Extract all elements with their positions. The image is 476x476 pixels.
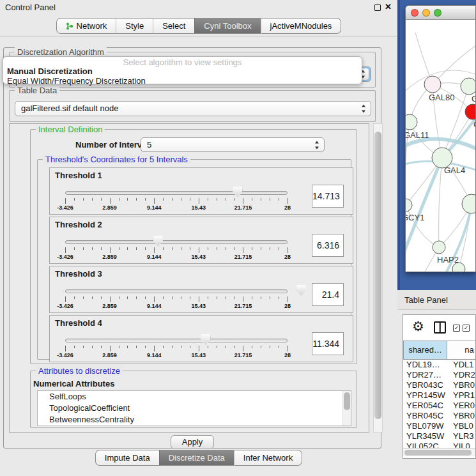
tick-label: 15.43 [192, 352, 206, 358]
combo-value: 5 [147, 140, 151, 150]
threshold-slider-track[interactable] [65, 289, 288, 293]
tick-label: 15.43 [192, 204, 206, 211]
attribute-list-item[interactable]: TopologicalCoefficient [38, 403, 351, 414]
tab-jactivemnodules[interactable]: jActiveMNodules [261, 18, 342, 34]
table-row[interactable]: YPR145WYPR1 [403, 390, 476, 401]
threshold-slider-thumb[interactable] [153, 236, 163, 247]
threshold-value-field[interactable]: 11.344 [312, 332, 344, 355]
network-canvas[interactable]: GAL80GACGAL11GAL4GCY1HHAP2 [406, 20, 475, 272]
threshold-slider-track[interactable] [65, 240, 288, 244]
network-node-gal80[interactable] [424, 76, 441, 93]
table-row[interactable]: YDL19…YDL1 [403, 360, 476, 370]
tick-label: 21.715 [234, 204, 252, 211]
apply-button[interactable]: Apply [171, 435, 214, 449]
threshold-slider-thumb[interactable] [233, 187, 242, 197]
threshold-panel: Threshold 3-3.4262.8599.14415.4321.71528… [49, 266, 353, 313]
close-traffic-light[interactable] [411, 9, 418, 17]
threshold-slider-track[interactable] [65, 191, 288, 195]
zoom-traffic-light[interactable] [434, 9, 441, 17]
tab-label: Style [125, 19, 144, 33]
list-scrollbar[interactable] [342, 391, 351, 426]
threshold-slider-thumb[interactable] [201, 334, 210, 345]
minimize-traffic-light[interactable] [422, 9, 430, 17]
combo-stepper[interactable] [314, 141, 320, 149]
numerical-attributes-list[interactable]: SelfLoopsTopologicalCoefficientBetweenne… [37, 390, 351, 426]
table-horizontal-scrollbar[interactable] [403, 448, 475, 456]
gear-icon[interactable]: ⚙ [412, 319, 424, 334]
scrollbar-thumb[interactable] [374, 132, 381, 419]
close-icon[interactable]: ✕ [385, 2, 392, 12]
column-header-2[interactable]: na [447, 341, 476, 360]
slider-tick-labels: -3.4262.8599.14415.4321.71528 [65, 204, 288, 211]
tab-infer-network[interactable]: Infer Network [234, 450, 302, 466]
node-label: GCY1 [406, 213, 424, 222]
network-node-h-node[interactable] [462, 194, 475, 213]
tick-label: 15.43 [192, 303, 206, 309]
main-scrollbar[interactable] [373, 123, 383, 433]
table-data-combo[interactable]: galFiltered.sif default node [15, 101, 371, 116]
popup-header: Select algorithm to view settings [3, 58, 362, 67]
scrollbar-thumb[interactable] [344, 392, 350, 410]
table-cell: YBR0 [447, 380, 476, 390]
slider-ticks [65, 346, 288, 352]
network-graph: GAL80GACGAL11GAL4GCY1HHAP2 [406, 20, 475, 272]
tab-label: Cyni Toolbox [204, 19, 251, 33]
threshold-panel: Threshold 4-3.4262.8599.14415.4321.71528… [49, 315, 353, 362]
checkbox-icon[interactable]: ✓ [453, 325, 460, 332]
table-row[interactable]: YBR045CYBR0 [403, 411, 476, 421]
attribute-list-item[interactable]: BetweennessCentrality [38, 414, 351, 426]
tick-label: 28 [284, 303, 291, 309]
top-tab-bar: NetworkStyleSelectCyni ToolboxjActiveMNo… [0, 18, 397, 34]
column-header-1[interactable]: shared… [403, 341, 447, 360]
network-node-g-top[interactable] [461, 78, 475, 95]
threshold-slider-track[interactable] [65, 339, 288, 342]
panel-title: Control Panel [5, 3, 56, 12]
tick-label: 2.859 [102, 303, 117, 309]
table-cell: YDL1 [447, 360, 476, 370]
network-edge[interactable] [406, 205, 439, 247]
tab-select[interactable]: Select [153, 18, 194, 34]
tick-label: -3.426 [57, 352, 73, 358]
tab-label: Select [162, 19, 185, 33]
tab-network[interactable]: Network [56, 18, 116, 34]
tab-impute-data[interactable]: Impute Data [95, 450, 159, 466]
combo-stepper[interactable] [361, 105, 367, 113]
popup-item[interactable]: Equal Width/Frequency Discretization [7, 76, 146, 86]
tick-label: 21.715 [234, 254, 252, 260]
network-edge[interactable] [433, 39, 475, 84]
tab-discretize-data[interactable]: Discretize Data [159, 450, 234, 466]
table-row[interactable]: YBL079WYBL0 [403, 421, 476, 431]
network-node-gal11[interactable] [406, 114, 417, 130]
attribute-list-item[interactable]: SelfLoops [38, 391, 351, 403]
network-view-window[interactable]: GAL80GACGAL11GAL4GCY1HHAP2 [405, 5, 476, 272]
checkbox-icon[interactable]: ✓ [463, 325, 470, 332]
tab-style[interactable]: Style [116, 18, 153, 34]
network-node-hap2[interactable] [433, 241, 445, 254]
tab-label: Network [77, 19, 107, 33]
threshold-value-field[interactable]: 21.4 [312, 283, 344, 306]
threshold-label: Threshold 4 [55, 318, 102, 328]
numerical-attributes-label: Numerical Attributes [33, 379, 114, 388]
network-node-gcy1[interactable] [406, 199, 412, 211]
table-row[interactable]: YLR345WYLR3 [403, 431, 476, 441]
table-row[interactable]: YDR27…YDR2 [403, 370, 476, 380]
threshold-label: Threshold 3 [55, 269, 102, 279]
threshold-slider-thumb[interactable] [296, 285, 306, 296]
cyni-toolbox-panel: Discretization Algorithm Table Data galF… [3, 47, 381, 449]
threshold-value-field[interactable]: 14.713 [312, 185, 344, 208]
tab-cyni-toolbox[interactable]: Cyni Toolbox [194, 18, 260, 34]
settings-scroll-viewport: Interval Definition Number of Intervals … [9, 123, 369, 433]
table-row[interactable]: YBR043CYBR0 [403, 380, 476, 390]
group-title: Attributes to discretize [36, 366, 123, 376]
slider-ticks [65, 247, 288, 254]
threshold-value-field[interactable]: 6.316 [312, 234, 344, 257]
node-label: GAL80 [429, 93, 454, 102]
table-row[interactable]: YER054CYER0 [403, 401, 476, 411]
popup-item[interactable]: Manual Discretization [7, 66, 93, 76]
float-window-icon[interactable] [374, 4, 381, 11]
network-edge[interactable] [439, 158, 442, 247]
split-column-icon[interactable] [434, 321, 446, 334]
network-window-titlebar[interactable] [406, 6, 475, 20]
scrollbar-thumb[interactable] [404, 450, 472, 456]
number-of-intervals-combo[interactable]: 5 [141, 137, 325, 152]
